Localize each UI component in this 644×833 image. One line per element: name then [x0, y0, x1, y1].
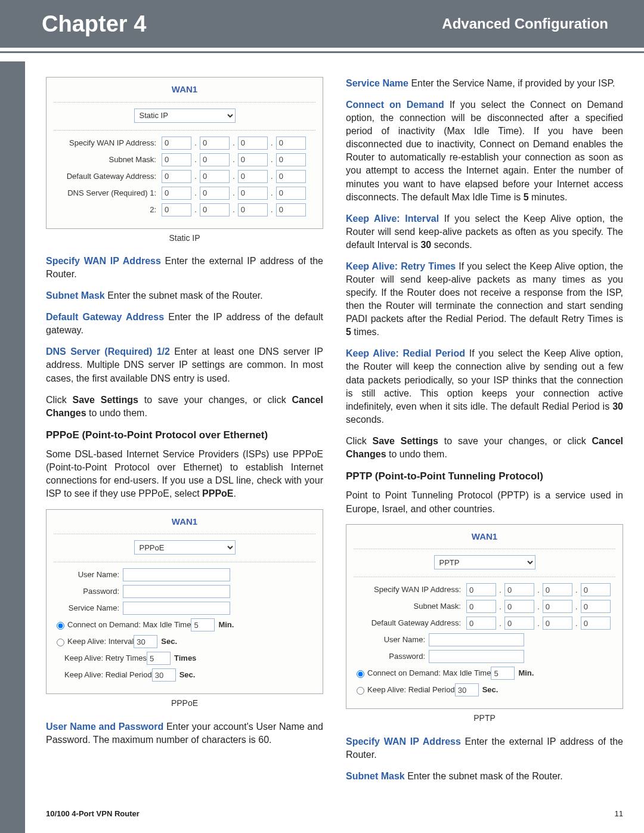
- term: Service Name: [346, 78, 408, 88]
- heading-pptp: PPTP (Point-to-Point Tunneling Protocol): [346, 469, 623, 483]
- ip-octet-input[interactable]: [162, 137, 191, 150]
- label: 2:: [54, 205, 160, 215]
- screenshot-static-ip: WAN1 Static IP Specify WAN IP Address:..…: [46, 77, 323, 229]
- unit: Min.: [218, 620, 234, 630]
- connect-on-demand-radio[interactable]: [357, 670, 364, 678]
- ip-octet-input[interactable]: [238, 203, 268, 216]
- bold-text: 30: [420, 240, 431, 250]
- ip-octet-input[interactable]: [238, 137, 268, 150]
- ip-octet-input[interactable]: [504, 600, 534, 613]
- ip-octet-input[interactable]: [200, 153, 230, 166]
- body-text: Enter the Service Name, if provided by y…: [408, 78, 615, 88]
- term: Keep Alive: Redial Period: [346, 348, 465, 358]
- label: Keep Alive: Interval: [67, 636, 134, 647]
- body-text: Some DSL-based Internet Service Provider…: [46, 449, 323, 498]
- wan-type-select[interactable]: PPTP: [434, 555, 535, 569]
- service-name-input[interactable]: [123, 602, 230, 615]
- ip-octet-input[interactable]: [162, 203, 191, 216]
- username-input[interactable]: [123, 568, 230, 581]
- username-input[interactable]: [429, 633, 524, 646]
- ip-octet-input[interactable]: [466, 600, 496, 613]
- password-input[interactable]: [429, 650, 524, 663]
- panel-title: WAN1: [54, 516, 315, 528]
- ip-octet-input[interactable]: [504, 617, 534, 630]
- left-margin-bar: [0, 61, 25, 833]
- ip-octet-input[interactable]: [238, 153, 268, 166]
- screenshot-pptp: WAN1 PPTP Specify WAN IP Address:...Subn…: [346, 524, 623, 710]
- term: Specify WAN IP Address: [346, 736, 461, 747]
- label: Connect on Demand: Max Idle Time: [67, 620, 191, 630]
- ip-octet-input[interactable]: [238, 170, 268, 183]
- caption-static-ip: Static IP: [46, 233, 323, 244]
- ip-octet-input[interactable]: [466, 583, 496, 596]
- keep-alive-radio[interactable]: [357, 687, 364, 695]
- ip-octet-input[interactable]: [200, 137, 230, 150]
- ip-octet-input[interactable]: [276, 137, 306, 150]
- body-text: Click: [46, 395, 73, 405]
- body-text: to save your changes, or click: [138, 395, 292, 405]
- keep-alive-radio[interactable]: [57, 639, 64, 646]
- ip-octet-input[interactable]: [162, 187, 191, 200]
- label: Subnet Mask:: [54, 154, 160, 165]
- term: DNS Server (Required) 1/2: [46, 346, 170, 357]
- label: Keep Alive: Redial Period: [64, 670, 152, 680]
- ip-octet-input[interactable]: [276, 153, 306, 166]
- label: Service Name:: [54, 603, 123, 614]
- max-idle-input[interactable]: [491, 667, 515, 680]
- ip-octet-input[interactable]: [200, 187, 230, 200]
- panel-title: WAN1: [54, 83, 315, 96]
- term: Connect on Demand: [346, 100, 444, 110]
- label: Connect on Demand: Max Idle Time: [367, 668, 491, 679]
- panel-title: WAN1: [354, 531, 615, 543]
- ip-octet-input[interactable]: [581, 617, 611, 630]
- password-input[interactable]: [123, 585, 230, 598]
- body-text: seconds.: [346, 414, 384, 425]
- body-text: to save your changes, or click: [438, 436, 592, 446]
- term: Keep Alive: Retry Times: [346, 261, 456, 271]
- redial-period-input[interactable]: [455, 683, 479, 696]
- label: User Name:: [54, 569, 123, 580]
- ip-octet-input[interactable]: [162, 170, 191, 183]
- ip-octet-input[interactable]: [276, 170, 306, 183]
- ip-octet-input[interactable]: [466, 617, 496, 630]
- footer: 10/100 4-Port VPN Router 11: [46, 809, 623, 818]
- body-text: minutes.: [529, 192, 568, 202]
- ip-octet-input[interactable]: [543, 583, 572, 596]
- left-column: WAN1 Static IP Specify WAN IP Address:..…: [46, 77, 323, 791]
- body-text: Click: [346, 436, 373, 446]
- wan-type-select[interactable]: PPPoE: [134, 540, 236, 555]
- ip-octet-input[interactable]: [276, 203, 306, 216]
- retry-times-input[interactable]: [147, 652, 171, 665]
- ip-octet-input[interactable]: [276, 187, 306, 200]
- ip-octet-input[interactable]: [543, 600, 572, 613]
- unit: Sec.: [179, 670, 196, 680]
- wan-type-select[interactable]: Static IP: [134, 109, 236, 123]
- bold-text: 5: [524, 192, 529, 202]
- banner: Chapter 4 Advanced Configuration: [0, 0, 644, 48]
- ip-octet-input[interactable]: [162, 153, 191, 166]
- redial-period-input[interactable]: [152, 668, 176, 682]
- body-text: .: [234, 488, 236, 498]
- term: User Name and Password: [46, 721, 163, 732]
- unit: Sec.: [482, 685, 499, 695]
- label: Subnet Mask:: [354, 601, 465, 612]
- ip-octet-input[interactable]: [200, 170, 230, 183]
- ip-octet-input[interactable]: [504, 583, 534, 596]
- label: Default Gateway Address:: [354, 618, 465, 628]
- label: Password:: [354, 651, 429, 662]
- screenshot-pppoe: WAN1 PPPoE User Name: Password: Service …: [46, 509, 323, 695]
- ip-octet-input[interactable]: [238, 187, 268, 200]
- label: Keep Alive: Retry Times: [64, 653, 147, 664]
- interval-input[interactable]: [134, 635, 157, 648]
- caption-pppoe: PPPoE: [46, 698, 323, 709]
- ip-octet-input[interactable]: [581, 600, 611, 613]
- ip-octet-input[interactable]: [581, 583, 611, 596]
- body-text: Point to Point Tunneling Protocol (PPTP)…: [346, 489, 623, 515]
- label: DNS Server (Required) 1:: [54, 188, 160, 199]
- max-idle-input[interactable]: [191, 618, 215, 631]
- body-text: to undo them.: [386, 449, 447, 459]
- ip-octet-input[interactable]: [200, 203, 230, 216]
- section-title: Advanced Configuration: [442, 16, 608, 32]
- connect-on-demand-radio[interactable]: [57, 622, 64, 630]
- ip-octet-input[interactable]: [543, 617, 572, 630]
